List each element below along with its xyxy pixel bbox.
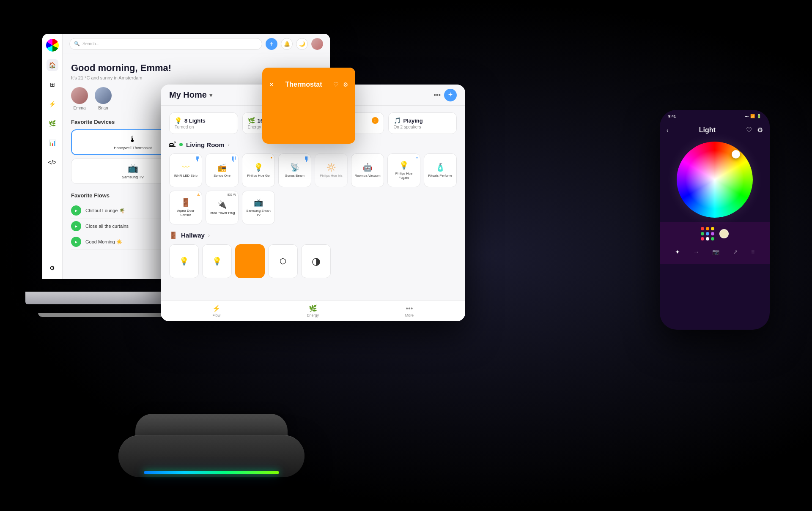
emma-avatar <box>71 87 88 104</box>
hue-iris-name: Philips Hue Iris <box>320 174 342 178</box>
innr-led-icon: 〰 <box>182 163 189 172</box>
thermostat-title: Thermostat <box>285 81 322 88</box>
status-card-lights[interactable]: 💡 8 Lights Turned on <box>169 112 238 134</box>
sidebar-item-flows[interactable]: ⚡ <box>47 98 58 110</box>
phone-time: 9:41 <box>668 114 676 118</box>
color-wheel[interactable] <box>677 142 753 218</box>
flows-icon: ⚡ <box>49 101 56 107</box>
phone-settings-icon[interactable]: ⚙ <box>757 126 763 134</box>
hallway-device-3[interactable] <box>235 244 265 278</box>
living-room-icon: 🛋 <box>169 141 176 148</box>
sidebar-item-grid[interactable]: ⊞ <box>47 79 58 90</box>
notification-button[interactable]: 🔔 <box>281 38 293 50</box>
color-preset-yellow[interactable] <box>711 227 714 230</box>
living-room-title: Living Room <box>186 141 225 148</box>
device-rituals[interactable]: 🧴 Rituals Perfume <box>424 153 457 187</box>
thermostat-close-button[interactable]: ✕ <box>269 81 274 88</box>
device-philips-hue-iris[interactable]: 🔆 Philips Hue Iris <box>315 153 348 187</box>
device-aqara-door[interactable]: ⚠ 🚪 Aqara Door Sensor <box>169 191 202 224</box>
user-avatar-emma[interactable] <box>311 38 323 50</box>
tablet-home-title: My Home ▾ <box>169 90 212 100</box>
device-sonos-one[interactable]: 📻 Sonos One <box>206 153 239 187</box>
code-icon: </> <box>48 159 56 166</box>
sidebar-item-settings[interactable]: ⚙ <box>47 262 58 274</box>
thermostat-settings-icon[interactable]: ⚙ <box>343 81 348 88</box>
phone-heart-icon[interactable]: ♡ <box>746 126 752 134</box>
tablet-add-button[interactable]: + <box>444 89 457 101</box>
device-philips-fugato[interactable]: ● 💡 Philips Hue Fugato <box>387 153 420 187</box>
flow-play-chillout[interactable]: ▶ <box>71 205 81 216</box>
phone-share-icon[interactable]: ↗ <box>733 249 738 255</box>
color-preset-mint[interactable] <box>711 237 714 240</box>
device-innr-led[interactable]: 〰 INNR LED Strip <box>169 153 202 187</box>
search-placeholder: Search... <box>82 41 99 46</box>
color-wheel-selector[interactable] <box>732 150 740 158</box>
chevron-down-icon[interactable]: ▾ <box>209 92 212 98</box>
device-sonos-beam[interactable]: 📡 Sonos Beam <box>278 153 311 187</box>
sidebar-item-energy[interactable]: 🌿 <box>47 118 58 129</box>
hallway-device-1-icon: 💡 <box>179 257 189 266</box>
phone-arrow-icon[interactable]: → <box>693 249 699 255</box>
device-roomba[interactable]: 🤖 Roomba Vacuum <box>351 153 384 187</box>
add-button[interactable]: + <box>266 38 277 50</box>
laptop-topbar: 🔍 Search... + 🔔 🌙 <box>63 34 330 54</box>
device-philips-hue-go[interactable]: ● 💡 Philips Hue Go <box>242 153 275 187</box>
more-options-icon[interactable]: ••• <box>433 91 441 99</box>
user-item-emma[interactable]: Emma <box>71 87 88 110</box>
thermostat-heart-icon[interactable]: ♡ <box>333 81 339 88</box>
flow-play-morning[interactable]: ▶ <box>71 237 81 247</box>
innr-led-name: INNR LED Strip <box>174 174 198 178</box>
color-preset-green[interactable] <box>701 232 704 235</box>
color-presets-grid <box>701 227 714 240</box>
phone-effects-icon[interactable]: ✦ <box>675 249 680 255</box>
living-room-chevron-icon[interactable]: › <box>228 142 230 148</box>
lights-label: Turned on <box>175 125 233 129</box>
energy-tab-label: Energy <box>307 313 319 317</box>
rituals-icon: 🧴 <box>436 163 445 172</box>
phone-dots-section <box>668 227 761 240</box>
roomba-name: Roomba Vacuum <box>354 174 380 178</box>
living-room-devices-row1: 〰 INNR LED Strip 📻 Sonos One ● 💡 Philips <box>169 153 457 187</box>
status-card-music[interactable]: 🎵 Playing On 2 speakers <box>388 112 457 134</box>
emma-name: Emma <box>74 106 86 110</box>
search-bar[interactable]: 🔍 Search... <box>69 38 262 50</box>
sidebar-item-developer[interactable]: </> <box>47 156 58 168</box>
phone-camera-icon[interactable]: 📷 <box>712 249 719 255</box>
homey-logo-icon[interactable] <box>46 39 59 52</box>
home-icon: 🏠 <box>49 62 56 68</box>
color-preset-pink[interactable] <box>701 237 704 240</box>
hallway-device-4[interactable]: ⬡ <box>268 244 298 278</box>
phone-list-icon[interactable]: ≡ <box>751 249 754 255</box>
phone-back-button[interactable]: ‹ <box>667 127 669 134</box>
color-preset-blue[interactable] <box>706 232 709 235</box>
leaf-icon: 🌿 <box>49 120 56 127</box>
color-preset-red[interactable] <box>701 227 704 230</box>
warmwhite-preset[interactable] <box>719 229 729 238</box>
tab-more[interactable]: ••• More <box>405 305 414 317</box>
search-icon: 🔍 <box>74 41 80 46</box>
device-trust-plug[interactable]: 832 W 🔌 Trust Power Plug <box>206 191 239 224</box>
music-value: Playing <box>403 118 423 124</box>
tab-energy[interactable]: 🌿 Energy <box>307 304 319 317</box>
fugato-name: Philips Hue Fugato <box>390 172 417 180</box>
flow-play-curtains[interactable]: ▶ <box>71 221 81 231</box>
sidebar-item-reports[interactable]: 📊 <box>47 137 58 149</box>
hallway-device-1[interactable]: 💡 <box>169 244 199 278</box>
user-item-brian[interactable]: Brian <box>95 87 112 110</box>
color-preset-white[interactable] <box>706 237 709 240</box>
color-preset-purple[interactable] <box>711 232 714 235</box>
tab-flow[interactable]: ⚡ Flow <box>212 304 221 317</box>
sonos-bar-indicator <box>232 156 236 162</box>
plus-icon: + <box>269 40 273 48</box>
color-preset-orange[interactable] <box>706 227 709 230</box>
device-samsung-smart-tv[interactable]: 📺 Samsung Smart TV <box>242 191 275 224</box>
hallway-device-5[interactable]: ◑ <box>301 244 331 278</box>
bell-icon: 🔔 <box>284 41 290 47</box>
tablet-bottombar: ⚡ Flow 🌿 Energy ••• More <box>161 300 465 321</box>
sidebar-item-home[interactable]: 🏠 <box>47 59 58 71</box>
samsung-smart-tv-name: Samsung Smart TV <box>245 209 272 217</box>
hallway-device-2[interactable]: 💡 <box>202 244 232 278</box>
hallway-chevron-icon[interactable]: › <box>208 232 210 238</box>
living-room-section: 🛋 Living Room › 〰 INNR LED Strip <box>169 141 457 224</box>
night-mode-button[interactable]: 🌙 <box>296 38 308 50</box>
